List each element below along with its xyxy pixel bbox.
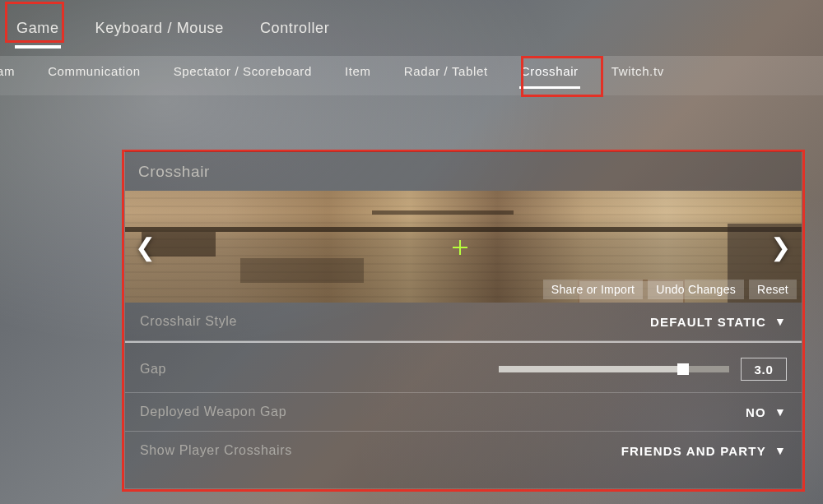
tab-game[interactable]: Game (15, 20, 61, 49)
chevron-down-icon: ▼ (774, 444, 787, 457)
label-show-player-crosshairs: Show Player Crosshairs (140, 443, 292, 458)
tab-communication[interactable]: Communication (46, 64, 142, 89)
preview-actions: Share or Import Undo Changes Reset (543, 280, 797, 299)
preview-prev-button[interactable]: ❮ (135, 233, 156, 261)
chevron-down-icon: ▼ (774, 405, 787, 418)
tab-team-partial[interactable]: am (0, 64, 16, 89)
share-import-button[interactable]: Share or Import (543, 280, 643, 299)
row-gap: Gap 3.0 (125, 346, 802, 393)
value-crosshair-style: DEFAULT STATIC (650, 315, 766, 329)
crosshair-preview: ❮ ❯ Share or Import Undo Changes Reset (125, 191, 802, 303)
undo-changes-button[interactable]: Undo Changes (648, 280, 744, 299)
preview-next-button[interactable]: ❯ (770, 233, 792, 261)
value-deployed-weapon-gap: NO (746, 405, 766, 419)
row-deployed-weapon-gap[interactable]: Deployed Weapon Gap NO ▼ (125, 393, 802, 432)
tab-spectator-scoreboard[interactable]: Spectator / Scoreboard (172, 64, 314, 89)
tab-radar-tablet[interactable]: Radar / Tablet (402, 64, 490, 89)
label-crosshair-style: Crosshair Style (140, 314, 237, 329)
row-crosshair-style[interactable]: Crosshair Style DEFAULT STATIC ▼ (125, 303, 802, 341)
gap-value-box[interactable]: 3.0 (741, 358, 787, 381)
tab-crosshair[interactable]: Crosshair (519, 64, 580, 89)
chevron-down-icon: ▼ (774, 315, 787, 328)
gap-slider[interactable] (499, 366, 729, 372)
tab-item[interactable]: Item (343, 64, 373, 89)
reset-button[interactable]: Reset (749, 280, 797, 299)
tab-keyboard-mouse[interactable]: Keyboard / Mouse (94, 20, 226, 49)
label-gap: Gap (140, 362, 166, 377)
value-show-player-crosshairs: FRIENDS AND PARTY (621, 444, 766, 458)
crosshair-indicator (453, 240, 467, 255)
row-show-player-crosshairs[interactable]: Show Player Crosshairs FRIENDS AND PARTY… (125, 432, 802, 469)
panel-title: Crosshair (125, 163, 802, 191)
tab-twitch[interactable]: Twitch.tv (610, 64, 666, 89)
tab-controller[interactable]: Controller (258, 20, 331, 49)
crosshair-panel: Crosshair ❮ ❯ Share or Import Undo Chang… (125, 151, 802, 488)
label-deployed-weapon-gap: Deployed Weapon Gap (140, 405, 286, 419)
secondary-tabs: am Communication Spectator / Scoreboard … (0, 64, 666, 89)
primary-tabs: Game Keyboard / Mouse Controller (15, 20, 331, 49)
